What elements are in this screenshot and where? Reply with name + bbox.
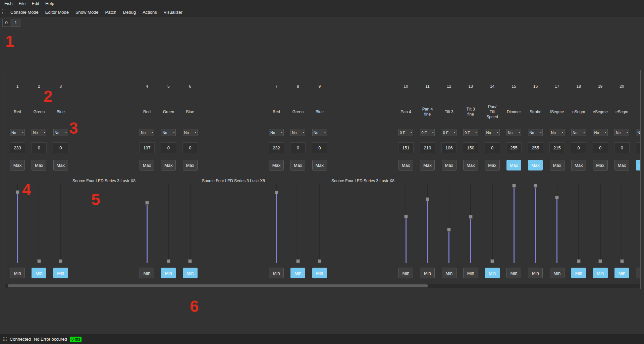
max-button[interactable]: Max: [140, 160, 154, 170]
max-button[interactable]: Max: [312, 160, 327, 170]
channel-value[interactable]: 0: [161, 142, 176, 153]
min-button[interactable]: Min: [550, 268, 565, 278]
channel-value[interactable]: 0: [290, 142, 306, 153]
slider-handle[interactable]: [37, 259, 41, 263]
slider-handle[interactable]: [59, 259, 62, 263]
channel-slider[interactable]: [404, 184, 408, 263]
min-button[interactable]: Min: [593, 268, 608, 278]
channel-value[interactable]: 0: [571, 142, 586, 153]
slider-handle[interactable]: [188, 259, 192, 263]
channel-value[interactable]: 215: [549, 142, 565, 153]
min-button[interactable]: Min: [571, 268, 586, 278]
min-button[interactable]: Min: [53, 268, 68, 278]
channel-slider[interactable]: [512, 184, 516, 263]
channel-dropdown[interactable]: No▾: [506, 129, 521, 136]
min-button[interactable]: Min: [10, 268, 25, 278]
max-button[interactable]: Max: [593, 160, 608, 170]
channel-slider[interactable]: [469, 184, 473, 263]
slider-handle[interactable]: [577, 259, 581, 263]
channel-value[interactable]: 151: [398, 142, 414, 153]
channel-slider[interactable]: [37, 184, 41, 263]
max-button[interactable]: Max: [53, 160, 68, 170]
max-button[interactable]: Max: [614, 160, 629, 170]
channel-slider[interactable]: [188, 184, 192, 263]
max-button[interactable]: Max: [183, 160, 198, 170]
slider-handle[interactable]: [145, 201, 149, 205]
slider-handle[interactable]: [447, 228, 451, 231]
slider-handle[interactable]: [16, 190, 19, 194]
min-button[interactable]: Min: [32, 268, 46, 278]
max-button[interactable]: Max: [485, 160, 500, 170]
min-button[interactable]: Min: [290, 268, 305, 278]
min-button[interactable]: Min: [463, 268, 478, 278]
min-button[interactable]: Min: [161, 268, 176, 278]
channel-dropdown[interactable]: No▾: [614, 129, 629, 136]
channel-dropdown[interactable]: No▾: [53, 129, 68, 136]
channel-dropdown[interactable]: 0 E▾: [420, 129, 435, 136]
channel-dropdown[interactable]: No▾: [593, 129, 608, 136]
channel-dropdown[interactable]: No▾: [140, 129, 154, 136]
slider-handle[interactable]: [490, 259, 494, 263]
max-button[interactable]: Max: [420, 160, 435, 170]
min-button[interactable]: Min: [398, 268, 413, 278]
channel-value[interactable]: 0: [31, 142, 47, 153]
slider-handle[interactable]: [404, 215, 408, 218]
menu-file[interactable]: File: [16, 1, 29, 6]
channel-value[interactable]: 255: [636, 142, 641, 153]
max-button[interactable]: Max: [290, 160, 305, 170]
toolbar-visualizer[interactable]: Visualizer: [160, 10, 186, 15]
scrollbar-thumb[interactable]: [8, 284, 428, 287]
channel-slider[interactable]: [620, 184, 624, 263]
channel-dropdown[interactable]: No▾: [183, 129, 198, 136]
tab-0[interactable]: 0: [2, 19, 10, 27]
tab-1[interactable]: 1: [11, 19, 20, 27]
channel-dropdown[interactable]: 0 E▾: [442, 129, 457, 136]
menu-edit[interactable]: Edit: [29, 1, 42, 6]
channel-value[interactable]: 0: [312, 142, 327, 153]
channel-slider[interactable]: [145, 184, 149, 263]
channel-dropdown[interactable]: No▾: [636, 129, 641, 136]
channel-slider[interactable]: [533, 184, 537, 263]
channel-slider[interactable]: [166, 184, 170, 263]
min-button[interactable]: Min: [140, 268, 154, 278]
slider-handle[interactable]: [296, 259, 300, 263]
channel-slider[interactable]: [577, 184, 581, 263]
channel-dropdown[interactable]: 0 E▾: [398, 129, 413, 136]
channel-value[interactable]: 255: [506, 142, 522, 153]
min-button[interactable]: Min: [269, 268, 284, 278]
channel-value[interactable]: 197: [139, 142, 155, 153]
max-button[interactable]: Max: [10, 160, 25, 170]
max-button[interactable]: Max: [528, 160, 543, 170]
channel-dropdown[interactable]: No▾: [312, 129, 327, 136]
channel-value[interactable]: 150: [463, 142, 478, 153]
channel-dropdown[interactable]: No▾: [269, 129, 284, 136]
toolbar-debug[interactable]: Debug: [120, 10, 139, 15]
channel-slider[interactable]: [318, 184, 322, 263]
max-button[interactable]: Max: [32, 160, 46, 170]
channel-slider[interactable]: [15, 184, 19, 263]
slider-handle[interactable]: [167, 259, 170, 263]
channel-value[interactable]: 0: [485, 142, 500, 153]
channel-dropdown[interactable]: No▾: [485, 129, 500, 136]
max-button[interactable]: Max: [506, 160, 521, 170]
slider-handle[interactable]: [275, 191, 278, 194]
min-button[interactable]: Min: [183, 268, 198, 278]
min-button[interactable]: Min: [506, 268, 521, 278]
channel-value[interactable]: 210: [420, 142, 435, 153]
channel-slider[interactable]: [598, 184, 602, 263]
max-button[interactable]: Max: [550, 160, 565, 170]
channel-slider[interactable]: [447, 184, 451, 263]
min-button[interactable]: Min: [636, 268, 641, 278]
slider-handle[interactable]: [469, 215, 473, 219]
channel-dropdown[interactable]: No▾: [550, 129, 565, 136]
max-button[interactable]: Max: [442, 160, 457, 170]
channel-value[interactable]: 255: [528, 142, 543, 153]
slider-handle[interactable]: [318, 259, 321, 263]
max-button[interactable]: Max: [463, 160, 478, 170]
channel-slider[interactable]: [490, 184, 494, 263]
channel-dropdown[interactable]: No▾: [528, 129, 543, 136]
max-button[interactable]: Max: [269, 160, 284, 170]
max-button[interactable]: Max: [571, 160, 586, 170]
toolbar-grip-icon[interactable]: [2, 9, 4, 15]
channel-slider[interactable]: [59, 184, 63, 263]
